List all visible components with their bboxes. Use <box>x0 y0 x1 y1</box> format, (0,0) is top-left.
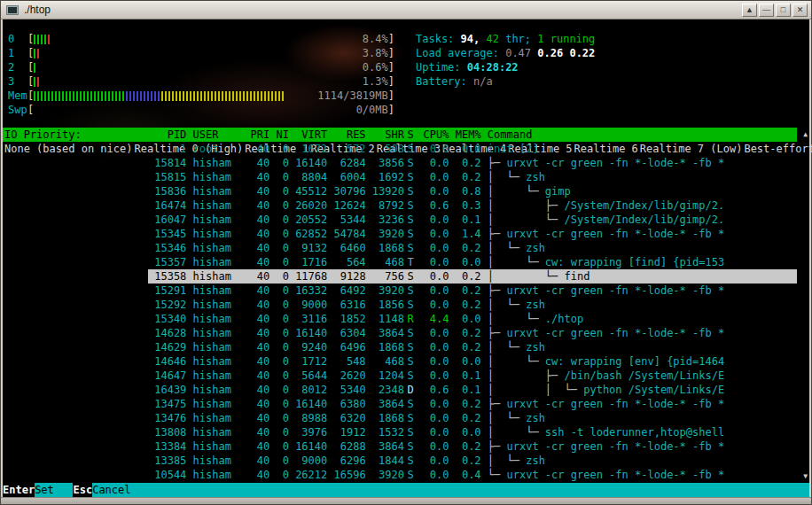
close-button[interactable]: ✕ <box>792 4 808 17</box>
scroll-down-icon[interactable]: ▼ <box>803 473 808 480</box>
col-header-pid[interactable]: PID <box>148 128 186 142</box>
col-header-cmd[interactable]: Command <box>481 128 797 142</box>
cell-user: hisham <box>186 312 244 326</box>
process-row[interactable]: 16439hisham400801253402348D0.60.1│ │ └─ … <box>148 383 797 397</box>
cell-s: S <box>404 340 417 354</box>
col-header-ni[interactable]: NI <box>269 128 289 142</box>
process-row[interactable]: 15357hisham4001716564468T0.00.0│ └─ cw: … <box>148 255 797 269</box>
col-header-user[interactable]: USER <box>186 128 244 142</box>
cell-res: 572 <box>327 142 365 156</box>
cell-virt: 11768 <box>289 269 327 284</box>
cell-user: hisham <box>186 241 244 255</box>
process-row[interactable]: 15292hisham400900063161856S0.00.2│ └─ zs… <box>148 298 797 312</box>
cell-shr: 1868 <box>366 340 404 354</box>
process-row[interactable]: 1root4001672572508S0.00.0init [2] <box>148 142 797 156</box>
process-row[interactable]: 13476hisham400898863201868S0.00.2│ └─ zs… <box>148 411 797 425</box>
cell-user: hisham <box>186 298 244 312</box>
col-header-s[interactable]: S <box>404 128 417 142</box>
maximize-button[interactable]: □ <box>776 4 791 17</box>
cell-virt: 16332 <box>289 284 327 298</box>
cell-shr: 3864 <box>366 439 404 454</box>
process-row[interactable]: 13808hisham400397619121532S0.00.0│ └─ ss… <box>148 425 797 439</box>
scroll-up-icon[interactable]: ▲ <box>803 131 808 138</box>
cell-res: 54784 <box>327 227 365 241</box>
menu-item-none-based-on-nice[interactable]: None (based on nice) <box>3 143 133 155</box>
col-header-virt[interactable]: VIRT <box>289 128 327 142</box>
process-row[interactable]: 15291hisham4001633264923920S0.00.2├─ urx… <box>148 284 797 298</box>
titlebar[interactable]: ./htop ▲—□✕ <box>1 1 811 19</box>
cell-mem: 0.0 <box>449 255 481 269</box>
minimize-button[interactable]: — <box>759 4 774 17</box>
cell-user: hisham <box>186 340 244 354</box>
process-row[interactable]: 15815hisham400880460041692S0.00.2│ └─ zs… <box>148 170 797 184</box>
cell-cmd: ├─ urxvt -cr green -fn *-lode-* -fb * <box>481 439 797 454</box>
cell-cpu: 0.0 <box>417 340 449 354</box>
cell-ni: 0 <box>269 170 289 184</box>
cell-user: hisham <box>186 269 244 284</box>
process-row[interactable]: 15358hisham400117689128756S0.00.2│ └─ fi… <box>148 269 797 284</box>
process-row[interactable]: 15340hisham400311618521148R4.40.0│ └─ ./… <box>148 312 797 326</box>
cell-virt: 16140 <box>289 326 327 340</box>
cell-user: hisham <box>186 397 244 411</box>
cell-cmd: ├─ urxvt -cr green -fn *-lode-* -fb * <box>481 326 797 340</box>
col-header-mem[interactable]: MEM% <box>449 128 481 142</box>
process-row[interactable]: 14629hisham400924064961868S0.00.2│ └─ zs… <box>148 340 797 354</box>
cell-s: S <box>404 369 417 383</box>
cell-ni: 0 <box>269 269 289 284</box>
process-row[interactable]: 13385hisham400900062961844S0.00.2│ └─ zs… <box>148 454 797 468</box>
cell-pid: 15815 <box>148 170 186 184</box>
process-row[interactable]: 16474hisham40026020126248792S0.60.3│ ├─ … <box>148 198 797 213</box>
cell-ni: 0 <box>269 284 289 298</box>
cell-s: D <box>404 383 417 397</box>
process-row[interactable]: 14647hisham400564426201204S0.00.1│ ├─ /b… <box>148 369 797 383</box>
col-header-res[interactable]: RES <box>327 128 365 142</box>
cell-virt: 20552 <box>289 213 327 227</box>
cell-res: 1912 <box>327 425 365 439</box>
process-row[interactable]: 15814hisham4001614062843856S0.00.2├─ urx… <box>148 156 797 170</box>
cpu3-meter: 3[1.3%] <box>8 74 394 89</box>
process-row[interactable]: 15836hisham400455123079613920S0.00.8│ └─… <box>148 184 797 198</box>
cell-pid: 10544 <box>148 468 186 482</box>
process-row[interactable]: 15345hisham40062852547843920S0.01.4├─ ur… <box>148 227 797 241</box>
shade-button[interactable]: ▲ <box>742 4 757 17</box>
process-row[interactable]: 10544hisham40026212165963920S0.00.4└─ ur… <box>148 468 797 482</box>
cell-cmd: │ └─ zsh <box>481 241 797 255</box>
cell-cpu: 0.0 <box>417 468 449 482</box>
cell-virt: 8012 <box>289 383 327 397</box>
cell-cpu: 0.0 <box>417 213 449 227</box>
fnbar-key-enter[interactable]: Enter <box>3 483 35 497</box>
cell-shr: 1844 <box>366 454 404 468</box>
col-header-pri[interactable]: PRI <box>244 128 269 142</box>
fnbar-label-cancel[interactable]: Cancel <box>92 483 130 497</box>
process-row[interactable]: 15346hisham400913264601868S0.00.2│ └─ zs… <box>148 241 797 255</box>
cell-virt: 9000 <box>289 454 327 468</box>
cell-mem: 0.2 <box>449 298 481 312</box>
cell-shr: 3920 <box>366 227 404 241</box>
cell-user: hisham <box>186 411 244 425</box>
col-header-cpu[interactable]: CPU% <box>417 128 449 142</box>
cell-mem: 0.2 <box>449 170 481 184</box>
process-row[interactable]: 14646hisham4001712548468S0.00.0│ └─ cw: … <box>148 354 797 369</box>
cell-s: S <box>404 269 417 284</box>
cell-res: 5340 <box>327 383 365 397</box>
cell-pri: 40 <box>244 354 269 369</box>
cell-s: S <box>404 284 417 298</box>
fnbar-label-set[interactable]: Set <box>35 483 73 497</box>
cell-pid: 14646 <box>148 354 186 369</box>
cell-s: S <box>404 142 417 156</box>
process-row[interactable]: 13475hisham4001614063803864S0.00.2├─ urx… <box>148 397 797 411</box>
col-header-shr[interactable]: SHR <box>366 128 404 142</box>
fnbar-key-esc[interactable]: Esc <box>73 483 92 497</box>
cell-cmd: │ └─ find <box>481 269 797 284</box>
cell-ni: 0 <box>269 397 289 411</box>
cell-cmd: │ └─ cw: wrapping [find] {pid=153 <box>481 255 797 269</box>
stats-line: Load average: 0.47 0.26 0.22 <box>416 46 595 60</box>
cell-virt: 16140 <box>289 156 327 170</box>
cell-cpu: 0.0 <box>417 425 449 439</box>
cell-user: hisham <box>186 198 244 213</box>
process-row[interactable]: 14628hisham4001614063043864S0.00.2├─ urx… <box>148 326 797 340</box>
cell-pid: 15814 <box>148 156 186 170</box>
table-body: 1root4001672572508S0.00.0init [2]15814hi… <box>148 142 797 482</box>
process-row[interactable]: 13384hisham4001614062883864S0.00.2├─ urx… <box>148 439 797 454</box>
process-row[interactable]: 16047hisham4002055253443236S0.00.1│ └─ /… <box>148 213 797 227</box>
